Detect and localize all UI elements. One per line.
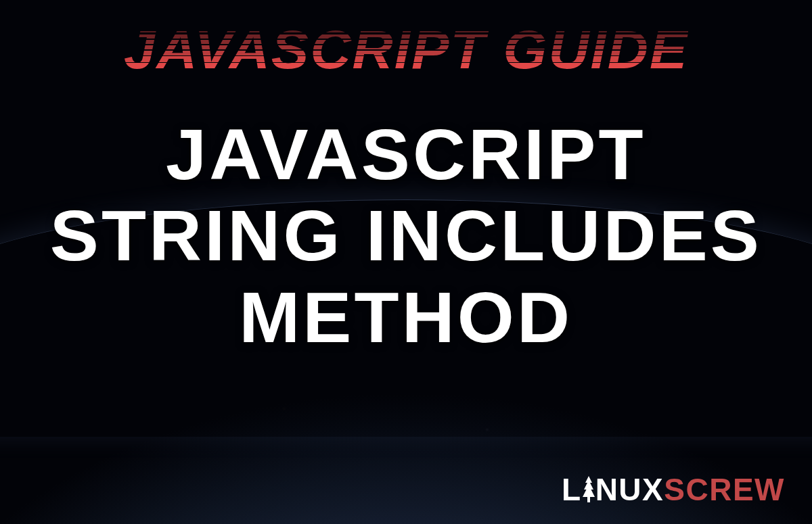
brand-letter-l: L <box>562 471 582 508</box>
brand-logo: L NUX SCREW <box>562 471 785 508</box>
brand-letters-nux: NUX <box>595 471 664 508</box>
banner-content: JAVASCRIPT GUIDE JAVASCRIPT STRING INCLU… <box>0 0 812 524</box>
brand-text-screw: SCREW <box>664 471 785 508</box>
svg-rect-0 <box>587 497 590 502</box>
main-title-line-1: JAVASCRIPT <box>166 116 646 192</box>
header-title: JAVASCRIPT GUIDE <box>124 19 689 81</box>
main-title-block: JAVASCRIPT STRING INCLUDES METHOD <box>57 116 755 355</box>
pine-tree-icon <box>581 475 597 504</box>
main-title-line-3: METHOD <box>239 279 572 355</box>
brand-text-linux: L NUX <box>562 471 664 508</box>
main-title-line-2: STRING INCLUDES <box>50 197 762 273</box>
